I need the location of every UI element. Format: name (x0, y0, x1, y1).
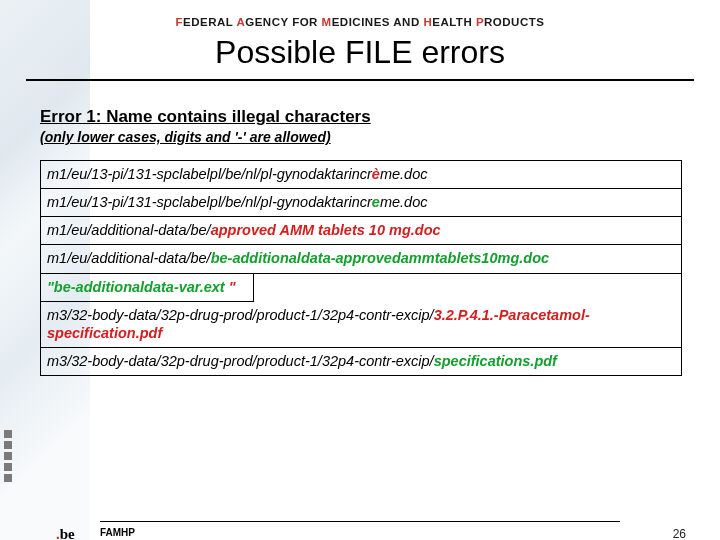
slide-header: FEDERAL AGENCY FOR MEDICINES AND HEALTH … (0, 0, 720, 81)
path-segment: specifications.pdf (434, 353, 557, 369)
path-segment: e (372, 194, 380, 210)
content: Error 1: Name contains illegal character… (0, 81, 720, 376)
table-row: "be-additionaldata-var.ext " (41, 274, 254, 302)
table-row: m1/eu/additional-data/be/be-additionalda… (41, 245, 681, 273)
path-segment: me.doc (380, 166, 428, 182)
path-segment: m1/eu/additional-data/be/ (47, 222, 211, 238)
path-segment: " (225, 279, 236, 295)
footer-divider (100, 521, 620, 522)
slide-footer: .be FAMHP27/03/2007 26 (0, 521, 720, 522)
path-segment: be-additionaldata-approvedammtablets10mg… (211, 250, 549, 266)
path-segment: me.doc (380, 194, 428, 210)
table-row: m1/eu/13-pi/131-spclabelpl/be/nl/pl-gyno… (41, 161, 681, 189)
path-segment: product-1/ (257, 353, 322, 369)
path-segment: m3/32-body-data/32p-drug-prod/ (47, 353, 257, 369)
path-segment: approved AMM tablets 10 mg.doc (211, 222, 441, 238)
path-segment: m1/eu/13-pi/131-spclabelpl/be/nl/pl-gyno… (47, 194, 372, 210)
table-row: m1/eu/additional-data/be/approved AMM ta… (41, 217, 681, 245)
error-subheading: (only lower cases, digits and '-' are al… (40, 129, 331, 145)
path-segment: "be-additionaldata-var.ext (47, 279, 225, 295)
examples-table: m1/eu/13-pi/131-spclabelpl/be/nl/pl-gyno… (40, 160, 682, 376)
deco-dots (4, 427, 12, 485)
path-segment: product-1/ (257, 307, 322, 323)
table-row: m3/32-body-data/32p-drug-prod/product-1/… (41, 348, 681, 375)
footer-meta: FAMHP27/03/2007 (100, 527, 150, 540)
path-segment: m1/eu/additional-data/be/ (47, 250, 211, 266)
path-segment: m3/32-body-data/32p-drug-prod/ (47, 307, 257, 323)
page-number: 26 (673, 527, 686, 540)
path-segment: m1/eu/13-pi/131-spclabelpl/be/nl/pl-gyno… (47, 166, 372, 182)
error-heading: Error 1: Name contains illegal character… (40, 107, 686, 127)
be-logo: .be (56, 526, 75, 540)
agency-name: FEDERAL AGENCY FOR MEDICINES AND HEALTH … (0, 16, 720, 28)
path-segment: è (372, 166, 380, 182)
table-row: m3/32-body-data/32p-drug-prod/product-1/… (41, 302, 681, 348)
table-row: m1/eu/13-pi/131-spclabelpl/be/nl/pl-gyno… (41, 189, 681, 217)
path-segment: 32p4-contr-excip/ (322, 353, 434, 369)
page-title: Possible FILE errors (0, 34, 720, 71)
path-segment: 32p4-contr-excip/ (322, 307, 434, 323)
